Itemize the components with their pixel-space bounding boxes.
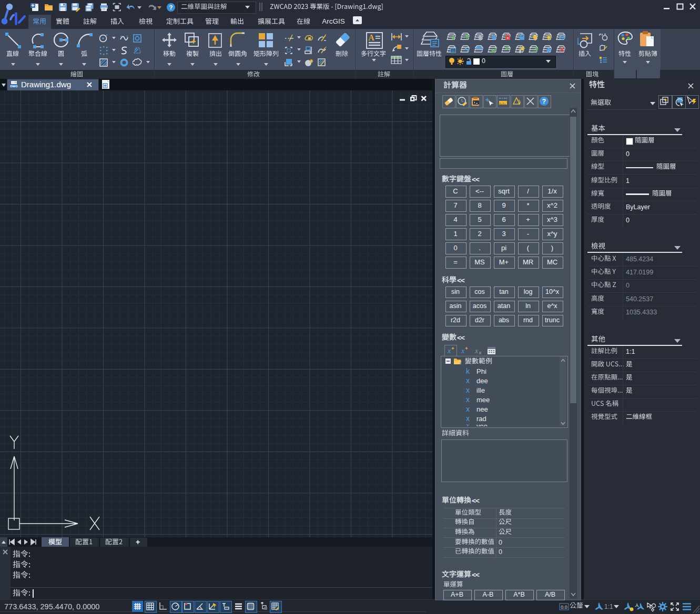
- svg-text:x: x: [459, 360, 462, 365]
- svg-text:?: ?: [169, 4, 173, 11]
- svg-text:+: +: [451, 346, 454, 351]
- svg-text:x: x: [474, 347, 479, 355]
- svg-text:0.0: 0.0: [561, 605, 567, 610]
- svg-text:x: x: [447, 347, 451, 355]
- svg-text:x: x: [461, 347, 465, 355]
- svg-text:A: A: [368, 33, 374, 42]
- svg-text:DWG: DWG: [10, 85, 18, 88]
- svg-text:x: x: [479, 350, 481, 355]
- svg-text:?: ?: [542, 98, 546, 105]
- svg-text:+: +: [465, 346, 468, 351]
